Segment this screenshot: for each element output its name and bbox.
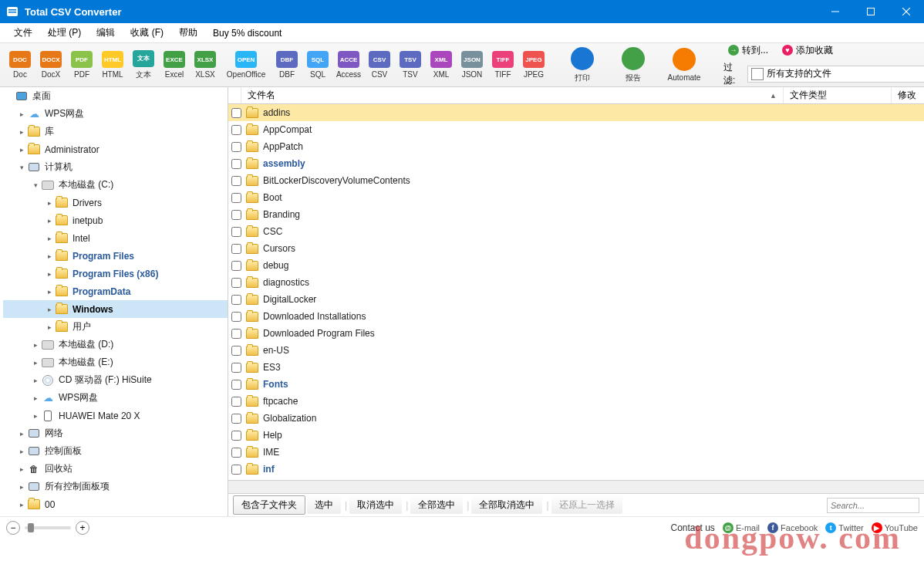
tree-item[interactable]: ▸Program Files	[3, 247, 228, 265]
action-打印[interactable]: 打印	[558, 46, 607, 84]
format-tsv[interactable]: TSVTSV	[396, 46, 425, 84]
minimize-button[interactable]	[818, 0, 853, 23]
row-checkbox[interactable]	[231, 448, 241, 458]
expand-icon[interactable]: ▸	[17, 127, 26, 137]
expand-icon[interactable]: ▾	[31, 181, 40, 190]
expand-icon[interactable]: ▸	[45, 269, 54, 279]
row-checkbox[interactable]	[231, 244, 241, 254]
tree-item[interactable]: ▸用户	[3, 318, 228, 336]
list-row[interactable]: en-US	[228, 342, 924, 359]
list-row[interactable]: IME	[228, 444, 924, 461]
format-sql[interactable]: SQLSQL	[303, 46, 332, 84]
tree-item[interactable]: ▸CD 驱动器 (F:) HiSuite	[3, 371, 228, 389]
folder-tree[interactable]: 桌面 ▸☁WPS网盘▸库▸Administrator▾计算机▾本地磁盘 (C:)…	[0, 87, 228, 516]
tree-item[interactable]: ▸inetpub	[3, 211, 228, 229]
format-openoffice[interactable]: OPENOpenOffice	[221, 46, 271, 84]
expand-icon[interactable]: ▸	[45, 323, 54, 332]
tree-item[interactable]: ▸所有控制面板项	[3, 478, 228, 495]
action-报告[interactable]: 报告	[609, 46, 658, 84]
menu-help[interactable]: 帮助	[171, 24, 205, 42]
list-row[interactable]: Downloaded Program Files	[228, 325, 924, 342]
list-row[interactable]: Cursors	[228, 240, 924, 257]
row-checkbox[interactable]	[231, 380, 241, 390]
expand-icon[interactable]: ▸	[45, 252, 54, 261]
list-row[interactable]: ftpcache	[228, 393, 924, 410]
list-row[interactable]: diagnostics	[228, 274, 924, 291]
row-checkbox[interactable]	[231, 431, 241, 441]
list-row[interactable]: Help	[228, 427, 924, 444]
list-row[interactable]: AppPatch	[228, 138, 924, 155]
list-row[interactable]: ES3	[228, 359, 924, 376]
selection-button[interactable]: 取消选中	[349, 496, 402, 514]
format-文本[interactable]: 文本文本	[129, 46, 158, 84]
expand-icon[interactable]: ▸	[45, 198, 54, 208]
list-row[interactable]: CSC	[228, 223, 924, 240]
tree-item[interactable]: ▸GodMode	[3, 513, 228, 516]
row-checkbox[interactable]	[231, 414, 241, 424]
format-dbf[interactable]: DBFDBF	[272, 46, 302, 84]
tree-item[interactable]: ▸库	[3, 123, 228, 140]
col-mod[interactable]: 修改	[892, 87, 924, 103]
expand-icon[interactable]: ▸	[17, 429, 26, 438]
col-type[interactable]: 文件类型	[784, 87, 892, 103]
social-e-mail[interactable]: @E-mail	[723, 522, 760, 533]
format-csv[interactable]: CSVCSV	[365, 46, 394, 84]
selection-button[interactable]: 全部选中	[410, 496, 463, 514]
format-html[interactable]: HTMLHTML	[98, 46, 127, 84]
expand-icon[interactable]: ▸	[31, 411, 40, 421]
tree-item[interactable]: ▸Administrator	[3, 140, 228, 158]
expand-icon[interactable]: ▸	[17, 482, 26, 492]
expand-icon[interactable]: ▸	[17, 447, 26, 456]
tree-item[interactable]: ▸本地磁盘 (E:)	[3, 353, 228, 371]
row-checkbox[interactable]	[231, 108, 241, 118]
row-checkbox[interactable]	[231, 125, 241, 135]
list-row[interactable]: assembly	[228, 155, 924, 172]
row-checkbox[interactable]	[231, 312, 241, 322]
filter-combo[interactable]: ⌄	[747, 66, 924, 83]
zoom-out-button[interactable]: −	[6, 521, 20, 535]
social-twitter[interactable]: tTwitter	[825, 522, 863, 533]
row-checkbox[interactable]	[231, 346, 241, 356]
action-Automate[interactable]: Automate	[659, 46, 709, 84]
list-header[interactable]: 文件名▲ 文件类型 修改	[228, 87, 924, 104]
horizontal-scrollbar[interactable]	[228, 480, 924, 493]
menu-edit[interactable]: 编辑	[89, 24, 123, 42]
tree-item[interactable]: ▾本地磁盘 (C:)	[3, 176, 228, 194]
maximize-button[interactable]	[853, 0, 889, 23]
tree-item[interactable]: ▸00	[3, 495, 228, 513]
addfav-button[interactable]: ♥添加收藏	[777, 43, 838, 58]
expand-icon[interactable]: ▸	[45, 234, 54, 243]
format-json[interactable]: JSONJSON	[457, 46, 487, 84]
row-checkbox[interactable]	[231, 227, 241, 237]
close-button[interactable]	[889, 0, 924, 23]
tree-item[interactable]: ▸Program Files (x86)	[3, 265, 228, 282]
goto-button[interactable]: →转到...	[723, 43, 773, 58]
tree-item[interactable]: ▸☁WPS网盘	[3, 105, 228, 123]
menu-buy[interactable]: Buy 5% discount	[205, 25, 289, 41]
row-checkbox[interactable]	[231, 363, 241, 373]
format-xlsx[interactable]: XLSXXLSX	[191, 46, 220, 84]
list-row[interactable]: DigitalLocker	[228, 291, 924, 308]
tree-item[interactable]: ▸🗑回收站	[3, 460, 228, 478]
menu-file[interactable]: 文件	[6, 24, 40, 42]
expand-icon[interactable]: ▸	[31, 358, 40, 367]
row-checkbox[interactable]	[231, 261, 241, 271]
format-jpeg[interactable]: JPEGJPEG	[519, 46, 548, 84]
row-checkbox[interactable]	[231, 465, 241, 475]
expand-icon[interactable]: ▸	[17, 145, 26, 154]
menu-process[interactable]: 处理 (P)	[40, 24, 89, 42]
social-facebook[interactable]: fFacebook	[767, 522, 818, 533]
row-checkbox[interactable]	[231, 278, 241, 288]
selection-button[interactable]: 选中	[307, 496, 341, 514]
expand-icon[interactable]: ▸	[31, 340, 40, 350]
list-row[interactable]: Globalization	[228, 410, 924, 427]
menu-favorites[interactable]: 收藏 (F)	[123, 24, 171, 42]
format-tiff[interactable]: TIFFTIFF	[488, 46, 518, 84]
filter-input[interactable]	[767, 69, 924, 79]
expand-icon[interactable]: ▸	[17, 465, 26, 474]
tree-item[interactable]: ▸HUAWEI Mate 20 X	[3, 407, 228, 424]
row-checkbox[interactable]	[231, 193, 241, 203]
list-row[interactable]: addins	[228, 104, 924, 121]
tree-item[interactable]: ▸本地磁盘 (D:)	[3, 336, 228, 353]
tree-item[interactable]: ▸Drivers	[3, 194, 228, 211]
